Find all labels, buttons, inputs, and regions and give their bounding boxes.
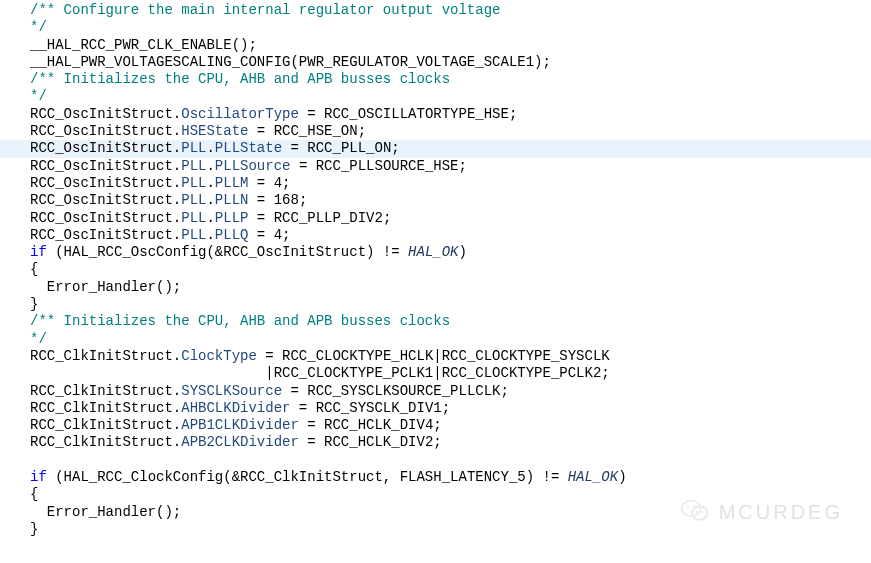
- code-token: .: [206, 158, 214, 174]
- code-token: HAL_OK: [408, 244, 458, 260]
- code-line: if (HAL_RCC_OscConfig(&RCC_OscInitStruct…: [0, 244, 871, 261]
- code-token: = RCC_PLLP_DIV2;: [248, 210, 391, 226]
- code-token: {: [30, 261, 38, 277]
- code-token: .: [206, 192, 214, 208]
- code-token: = RCC_OSCILLATORTYPE_HSE;: [299, 106, 517, 122]
- code-line: /** Initializes the CPU, AHB and APB bus…: [0, 71, 871, 88]
- code-line: */: [0, 88, 871, 105]
- code-line: RCC_OscInitStruct.OscillatorType = RCC_O…: [0, 106, 871, 123]
- code-line: RCC_OscInitStruct.PLL.PLLQ = 4;: [0, 227, 871, 244]
- code-token: RCC_ClkInitStruct.: [30, 417, 181, 433]
- code-line: RCC_ClkInitStruct.ClockType = RCC_CLOCKT…: [0, 348, 871, 365]
- code-token: .: [206, 227, 214, 243]
- code-token: __HAL_PWR_VOLTAGESCALING_CONFIG(PWR_REGU…: [30, 54, 551, 70]
- code-token: SYSCLKSource: [181, 383, 282, 399]
- code-line: RCC_OscInitStruct.HSEState = RCC_HSE_ON;: [0, 123, 871, 140]
- code-token: /** Initializes the CPU, AHB and APB bus…: [30, 313, 458, 329]
- code-token: (HAL_RCC_OscConfig(&RCC_OscInitStruct) !…: [47, 244, 408, 260]
- code-token: RCC_ClkInitStruct.: [30, 434, 181, 450]
- code-line: RCC_OscInitStruct.PLL.PLLSource = RCC_PL…: [0, 158, 871, 175]
- code-token: OscillatorType: [181, 106, 299, 122]
- code-token: RCC_OscInitStruct.: [30, 227, 181, 243]
- code-token: = RCC_HCLK_DIV2;: [299, 434, 442, 450]
- code-token: RCC_OscInitStruct.: [30, 140, 181, 156]
- code-token: = 4;: [248, 175, 290, 191]
- code-token: PLLState: [215, 140, 282, 156]
- code-token: APB1CLKDivider: [181, 417, 299, 433]
- code-token: = RCC_HCLK_DIV4;: [299, 417, 442, 433]
- code-token: RCC_OscInitStruct.: [30, 106, 181, 122]
- code-token: __HAL_RCC_PWR_CLK_ENABLE();: [30, 37, 257, 53]
- code-token: PLL: [181, 175, 206, 191]
- code-token: /** Configure the main internal regulato…: [30, 2, 509, 18]
- code-token: PLL: [181, 140, 206, 156]
- code-token: RCC_ClkInitStruct.: [30, 383, 181, 399]
- code-token: Error_Handler();: [30, 504, 181, 520]
- code-token: }: [30, 296, 38, 312]
- code-line: RCC_ClkInitStruct.AHBCLKDivider = RCC_SY…: [0, 400, 871, 417]
- code-token: Error_Handler();: [30, 279, 181, 295]
- code-token: RCC_ClkInitStruct.: [30, 400, 181, 416]
- code-token: */: [30, 88, 47, 104]
- code-line: Error_Handler();: [0, 279, 871, 296]
- code-line: RCC_OscInitStruct.PLL.PLLN = 168;: [0, 192, 871, 209]
- code-token: AHBCLKDivider: [181, 400, 290, 416]
- code-token: {: [30, 486, 38, 502]
- code-token: */: [30, 331, 47, 347]
- code-token: if: [30, 244, 47, 260]
- code-line: /** Initializes the CPU, AHB and APB bus…: [0, 313, 871, 330]
- code-line: [0, 452, 871, 469]
- code-line: {: [0, 261, 871, 278]
- code-editor: /** Configure the main internal regulato…: [0, 0, 871, 538]
- code-token: = RCC_CLOCKTYPE_HCLK|RCC_CLOCKTYPE_SYSCL…: [257, 348, 610, 364]
- code-line: /** Configure the main internal regulato…: [0, 2, 871, 19]
- code-token: = RCC_PLL_ON;: [282, 140, 400, 156]
- code-token: PLLP: [215, 210, 249, 226]
- code-line: RCC_OscInitStruct.PLL.PLLM = 4;: [0, 175, 871, 192]
- code-token: RCC_OscInitStruct.: [30, 192, 181, 208]
- code-token: PLL: [181, 158, 206, 174]
- code-token: = RCC_PLLSOURCE_HSE;: [290, 158, 466, 174]
- code-token: }: [30, 521, 38, 537]
- code-token: HAL_OK: [568, 469, 618, 485]
- code-line: RCC_ClkInitStruct.APB1CLKDivider = RCC_H…: [0, 417, 871, 434]
- code-line: if (HAL_RCC_ClockConfig(&RCC_ClkInitStru…: [0, 469, 871, 486]
- code-token: (HAL_RCC_ClockConfig(&RCC_ClkInitStruct,…: [47, 469, 568, 485]
- code-token: HSEState: [181, 123, 248, 139]
- code-token: /** Initializes the CPU, AHB and APB bus…: [30, 71, 458, 87]
- code-token: */: [30, 19, 47, 35]
- code-token: PLLM: [215, 175, 249, 191]
- code-token: ): [618, 469, 626, 485]
- code-token: APB2CLKDivider: [181, 434, 299, 450]
- code-token: RCC_ClkInitStruct.: [30, 348, 181, 364]
- code-token: .: [206, 140, 214, 156]
- code-token: PLLSource: [215, 158, 291, 174]
- code-line: __HAL_RCC_PWR_CLK_ENABLE();: [0, 37, 871, 54]
- code-token: ClockType: [181, 348, 257, 364]
- code-token: = RCC_SYSCLKSOURCE_PLLCLK;: [282, 383, 509, 399]
- code-line: */: [0, 19, 871, 36]
- code-token: RCC_OscInitStruct.: [30, 210, 181, 226]
- code-token: |RCC_CLOCKTYPE_PCLK1|RCC_CLOCKTYPE_PCLK2…: [30, 365, 610, 381]
- code-line: RCC_ClkInitStruct.SYSCLKSource = RCC_SYS…: [0, 383, 871, 400]
- code-line: RCC_OscInitStruct.PLL.PLLP = RCC_PLLP_DI…: [0, 210, 871, 227]
- code-line: }: [0, 296, 871, 313]
- code-line: */: [0, 331, 871, 348]
- code-token: RCC_OscInitStruct.: [30, 123, 181, 139]
- code-token: .: [206, 175, 214, 191]
- code-line: RCC_OscInitStruct.PLL.PLLState = RCC_PLL…: [0, 140, 871, 157]
- code-token: PLL: [181, 227, 206, 243]
- code-line: __HAL_PWR_VOLTAGESCALING_CONFIG(PWR_REGU…: [0, 54, 871, 71]
- code-token: RCC_OscInitStruct.: [30, 175, 181, 191]
- code-token: PLLQ: [215, 227, 249, 243]
- code-token: = 4;: [248, 227, 290, 243]
- code-line: Error_Handler();: [0, 504, 871, 521]
- code-line: {: [0, 486, 871, 503]
- code-line: |RCC_CLOCKTYPE_PCLK1|RCC_CLOCKTYPE_PCLK2…: [0, 365, 871, 382]
- code-token: .: [206, 210, 214, 226]
- code-token: = RCC_SYSCLK_DIV1;: [290, 400, 450, 416]
- code-line: }: [0, 521, 871, 538]
- code-token: = RCC_HSE_ON;: [248, 123, 366, 139]
- code-token: if: [30, 469, 47, 485]
- code-token: PLL: [181, 192, 206, 208]
